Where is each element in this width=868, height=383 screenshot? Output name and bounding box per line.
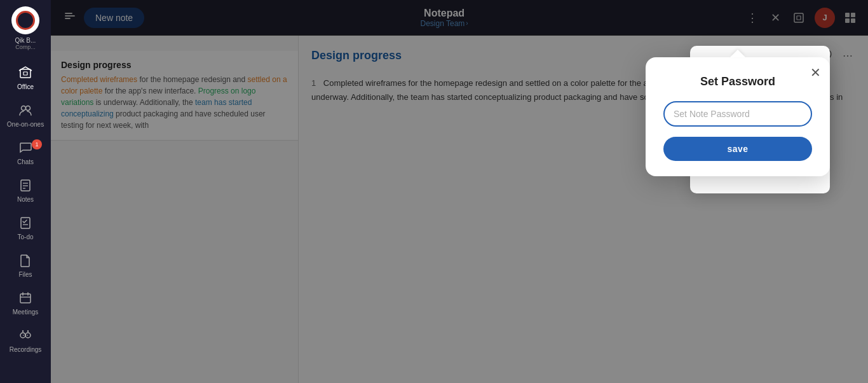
svg-rect-1	[24, 72, 27, 75]
svg-rect-0	[20, 69, 31, 78]
sidebar-item-to-do[interactable]: To-do	[3, 211, 48, 246]
svg-point-2	[22, 106, 26, 111]
sidebar-item-one-on-ones[interactable]: One-on-ones	[3, 98, 48, 133]
save-password-button[interactable]: save	[663, 137, 812, 161]
office-icon	[18, 66, 32, 81]
password-input[interactable]	[663, 101, 812, 127]
chats-icon	[18, 141, 32, 157]
svg-rect-10	[20, 294, 31, 303]
meetings-label: Meetings	[13, 309, 39, 316]
sidebar-item-recordings[interactable]: Recordings	[3, 323, 48, 358]
svg-point-3	[26, 106, 31, 111]
sidebar-item-files[interactable]: Files	[3, 248, 48, 283]
sidebar: Qik B... Comp... Office	[0, 0, 51, 383]
svg-rect-8	[21, 218, 30, 228]
modal-close-button[interactable]: ✕	[810, 66, 821, 79]
modal-triangle	[730, 50, 745, 57]
sidebar-item-notes[interactable]: Notes	[3, 173, 48, 208]
app-name: Qik B... Comp...	[15, 37, 36, 50]
todo-icon	[18, 216, 32, 232]
recordings-label: Recordings	[10, 346, 42, 353]
recordings-icon	[18, 328, 32, 344]
chats-badge: 1	[32, 139, 42, 150]
one-on-ones-icon	[18, 103, 32, 119]
one-on-ones-label: One-on-ones	[7, 121, 44, 128]
office-label: Office	[17, 83, 34, 90]
sidebar-item-office[interactable]: Office	[3, 60, 48, 95]
main-area: New note Notepad Design Team › ⋮ ✕	[51, 0, 868, 383]
sidebar-nav: Office One-on-ones 1	[0, 60, 51, 358]
sidebar-item-meetings[interactable]: Meetings	[3, 286, 48, 321]
notes-icon	[18, 178, 32, 194]
chats-label: Chats	[17, 158, 34, 165]
app-logo[interactable]	[11, 6, 39, 34]
files-icon	[18, 253, 32, 269]
modal-title: Set Password	[663, 75, 812, 88]
sidebar-item-chats[interactable]: 1 Chats	[3, 136, 48, 171]
todo-label: To-do	[17, 233, 33, 240]
files-label: Files	[18, 271, 32, 278]
set-password-modal-overlay: ✕ Set Password save	[51, 0, 868, 383]
set-password-modal: ✕ Set Password save	[646, 57, 830, 176]
meetings-icon	[18, 291, 32, 307]
notes-label: Notes	[17, 196, 34, 203]
